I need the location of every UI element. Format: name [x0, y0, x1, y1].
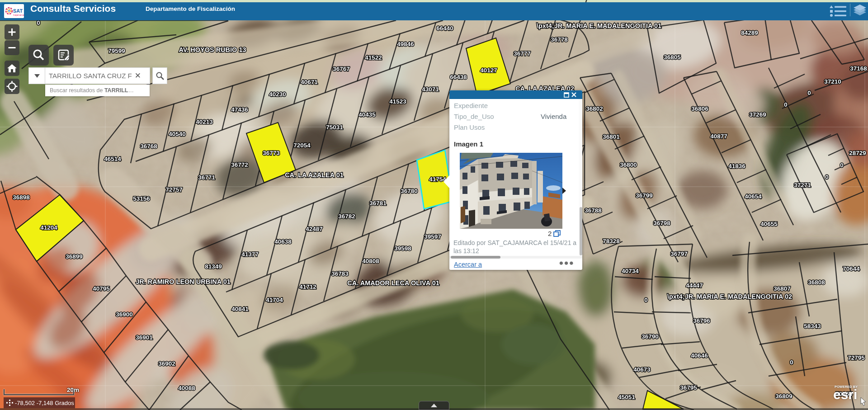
svg-text:40808: 40808	[362, 258, 379, 264]
svg-text:84289: 84289	[741, 29, 758, 36]
svg-text:36798: 36798	[653, 220, 670, 226]
svg-text:40435: 40435	[359, 111, 376, 118]
svg-text:39597: 39597	[424, 233, 441, 240]
svg-text:0: 0	[840, 162, 844, 169]
svg-text:36802: 36802	[586, 105, 603, 112]
svg-text:44447: 44447	[686, 282, 703, 289]
svg-text:41204: 41204	[40, 224, 57, 231]
svg-text:72757: 72757	[165, 186, 183, 193]
svg-text:36788: 36788	[585, 207, 602, 214]
svg-text:66438: 66438	[450, 74, 467, 80]
svg-text:CA. LA AZALEA 01: CA. LA AZALEA 01	[285, 171, 344, 179]
svg-text:36777: 36777	[514, 50, 531, 57]
svg-text:36795: 36795	[680, 384, 697, 391]
svg-text:0: 0	[784, 101, 788, 108]
svg-text:0: 0	[644, 297, 648, 303]
svg-text:40877: 40877	[710, 133, 727, 140]
svg-text:36808: 36808	[808, 279, 825, 286]
svg-text:41712: 41712	[299, 283, 316, 290]
svg-text:46514: 46514	[104, 156, 121, 162]
svg-text:41522: 41522	[365, 54, 382, 61]
svg-text:36799: 36799	[636, 192, 653, 199]
svg-text:36806: 36806	[691, 105, 708, 112]
svg-text:37210: 37210	[824, 78, 841, 85]
svg-text:Cajamarca: Cajamarca	[13, 14, 24, 16]
svg-text:36772: 36772	[231, 161, 248, 168]
svg-text:JR. RAMIRO LEON URBINA 01: JR. RAMIRO LEON URBINA 01	[136, 278, 231, 285]
svg-text:40213: 40213	[196, 118, 213, 125]
svg-text:58343: 58343	[804, 323, 821, 330]
svg-text:37271: 37271	[794, 182, 811, 189]
svg-text:0: 0	[790, 359, 793, 366]
svg-text:36800: 36800	[620, 161, 637, 168]
svg-text:36790: 36790	[642, 333, 659, 340]
svg-text:40230: 40230	[269, 91, 286, 98]
svg-text:36783: 36783	[331, 270, 349, 277]
svg-text:AV. HOYOS RUBIO 13: AV. HOYOS RUBIO 13	[179, 46, 246, 53]
svg-text:41836: 41836	[728, 163, 745, 170]
svg-text:\pxt4;JR. MARIA E. MADALENGOIT: \pxt4;JR. MARIA E. MADALENGOITIA 02	[667, 293, 792, 300]
svg-text:40646: 40646	[691, 352, 708, 359]
svg-text:40654: 40654	[745, 193, 762, 200]
svg-text:72054: 72054	[293, 142, 311, 149]
svg-text:40841: 40841	[231, 306, 249, 312]
svg-text:39598: 39598	[394, 245, 411, 252]
svg-text:40734: 40734	[622, 268, 639, 274]
svg-text:CA. AMADOR LECA OLIVA 01: CA. AMADOR LECA OLIVA 01	[347, 279, 439, 287]
svg-text:36901: 36901	[136, 334, 153, 341]
svg-text:66440: 66440	[436, 25, 453, 32]
svg-text:36778: 36778	[551, 36, 568, 43]
svg-text:43071: 43071	[422, 86, 439, 93]
svg-text:81349: 81349	[205, 263, 222, 270]
svg-text:28729: 28729	[849, 150, 866, 156]
svg-text:36780: 36780	[401, 188, 418, 194]
svg-text:47436: 47436	[231, 106, 248, 113]
svg-text:36782: 36782	[338, 213, 355, 220]
svg-text:41704: 41704	[266, 297, 283, 303]
svg-text:36809: 36809	[775, 393, 793, 400]
svg-text:72795: 72795	[848, 354, 865, 361]
svg-text:41523: 41523	[389, 98, 406, 105]
svg-text:40671: 40671	[301, 79, 318, 85]
svg-text:37168: 37168	[850, 65, 867, 72]
svg-text:78328: 78328	[603, 238, 620, 245]
svg-text:36767: 36767	[333, 66, 350, 72]
svg-text:40127: 40127	[480, 67, 497, 74]
svg-text:36807: 36807	[774, 285, 791, 292]
svg-text:45051: 45051	[618, 394, 635, 401]
svg-text:40540: 40540	[169, 131, 186, 137]
svg-text:36899: 36899	[66, 253, 83, 260]
svg-text:36902: 36902	[158, 360, 175, 367]
svg-text:40673: 40673	[633, 366, 651, 373]
svg-text:40638: 40638	[274, 238, 292, 245]
svg-text:75031: 75031	[326, 124, 343, 131]
svg-text:40795: 40795	[93, 285, 110, 292]
svg-text:SAT: SAT	[13, 8, 23, 14]
svg-text:42487: 42487	[306, 226, 323, 232]
svg-text:36773: 36773	[263, 150, 280, 156]
svg-text:53156: 53156	[133, 195, 150, 202]
svg-text:36900: 36900	[116, 311, 133, 318]
svg-text:\pxt4;JR. MARIA E. MADALENGOIT: \pxt4;JR. MARIA E. MADALENGOITIA 01	[537, 22, 661, 29]
svg-text:40655: 40655	[760, 221, 778, 227]
svg-text:40088: 40088	[178, 385, 195, 391]
svg-text:0: 0	[825, 174, 829, 180]
svg-text:36805: 36805	[664, 54, 681, 61]
svg-text:36796: 36796	[693, 317, 710, 324]
svg-text:37269: 37269	[749, 111, 766, 118]
svg-text:49846: 49846	[397, 41, 414, 47]
svg-text:70644: 70644	[843, 265, 860, 272]
svg-text:0: 0	[807, 90, 811, 96]
svg-text:36781: 36781	[369, 200, 387, 207]
svg-text:0: 0	[37, 19, 40, 26]
svg-text:36898: 36898	[13, 194, 30, 201]
svg-text:41377: 41377	[241, 251, 259, 258]
svg-text:36801: 36801	[603, 133, 620, 140]
svg-text:36797: 36797	[670, 250, 688, 257]
svg-text:36768: 36768	[140, 143, 157, 150]
svg-text:79599: 79599	[108, 47, 125, 54]
svg-text:36771: 36771	[198, 174, 215, 181]
